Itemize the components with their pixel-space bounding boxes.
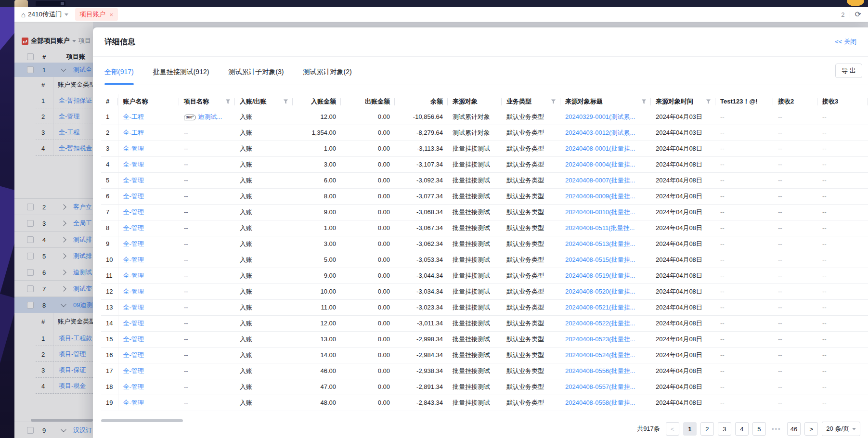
account-link[interactable]: 全-管理 xyxy=(118,236,179,252)
filter-icon[interactable] xyxy=(225,99,231,104)
source-title-link[interactable]: 20240408-0520(批量挂... xyxy=(560,283,651,299)
cell: -- xyxy=(773,252,817,268)
cell: -3,107.34 xyxy=(395,156,448,172)
refresh-icon[interactable]: ⟳ xyxy=(855,11,861,18)
cell: -10,856.64 xyxy=(395,109,448,125)
tab-project-account[interactable]: 项目账户 × xyxy=(75,8,118,21)
column-header-10: 来源对象时间 xyxy=(651,94,715,109)
column-header-12: 接收2 xyxy=(773,94,817,109)
table-row: 9全-管理--入账3.000.00-3,062.34批量挂接测试默认业务类型20… xyxy=(101,236,868,252)
column-header-3: 入账/出账 xyxy=(235,94,293,109)
pagination-prev-button[interactable]: < xyxy=(666,422,679,436)
cell: 批量挂接测试 xyxy=(448,347,502,363)
cell: 2024年04月08日 xyxy=(651,347,715,363)
pagination-page-5[interactable]: 5 xyxy=(752,422,766,436)
cell: -3,044.34 xyxy=(395,268,448,283)
detail-tab-1[interactable]: 批量挂接测试(912) xyxy=(153,68,209,85)
account-link[interactable]: 全-管理 xyxy=(118,331,179,347)
source-title-link[interactable]: 20240408-0009(批量挂... xyxy=(560,188,651,204)
source-title-link[interactable]: 20240408-0524(批量挂... xyxy=(560,347,651,363)
transactions-table: #账户名称项目名称入账/出账入账金额出账金额余额来源对象业务类型来源对象标题来源… xyxy=(101,94,868,411)
360-view-icon[interactable]: 360° xyxy=(184,115,196,121)
pagination-page-4[interactable]: 4 xyxy=(735,422,749,436)
filter-icon[interactable] xyxy=(641,99,647,104)
source-title-link[interactable]: 20240408-0557(批量挂... xyxy=(560,379,651,395)
account-link[interactable]: 全-管理 xyxy=(118,268,179,283)
pagination-page-1[interactable]: 1 xyxy=(683,422,697,436)
source-title-link[interactable]: 20240408-0007(批量挂... xyxy=(560,172,651,188)
account-link[interactable]: 全-管理 xyxy=(118,347,179,363)
source-title-link[interactable]: 20240408-0519(批量挂... xyxy=(560,268,651,283)
cell: -- xyxy=(179,331,235,347)
cell: -- xyxy=(773,331,817,347)
filter-icon[interactable] xyxy=(283,99,288,104)
pagination-page-3[interactable]: 3 xyxy=(718,422,731,436)
filter-icon[interactable] xyxy=(706,99,711,104)
source-title-link[interactable]: 20240403-0012(测试累... xyxy=(560,125,651,141)
account-link[interactable]: 全-管理 xyxy=(118,315,179,331)
cell: -- xyxy=(817,379,868,395)
cell: 批量挂接测试 xyxy=(448,141,502,156)
project-link[interactable]: 360°迪测试... xyxy=(179,109,235,125)
source-title-link[interactable]: 20240408-0521(批量挂... xyxy=(560,299,651,315)
export-button[interactable]: 导 出 xyxy=(835,64,862,78)
account-link[interactable]: 全-管理 xyxy=(118,141,179,156)
page-size-select[interactable]: 20 条/页 xyxy=(822,422,860,436)
cell: 默认业务类型 xyxy=(502,188,560,204)
source-title-link[interactable]: 20240408-0004(批量挂... xyxy=(560,156,651,172)
avatar[interactable] xyxy=(14,0,28,7)
cell: -- xyxy=(773,220,817,236)
filter-icon[interactable] xyxy=(551,99,556,104)
close-panel-link[interactable]: << 关闭 xyxy=(835,38,856,46)
account-link[interactable]: 全-管理 xyxy=(118,299,179,315)
account-link[interactable]: 全-管理 xyxy=(118,379,179,395)
pagination: 共917条<12345•••46>20 条/页 xyxy=(637,422,860,436)
source-title-link[interactable]: 20240408-0513(批量挂... xyxy=(560,236,651,252)
source-title-link[interactable]: 20240408-0556(批量挂... xyxy=(560,363,651,379)
row-index: 2 xyxy=(101,125,118,141)
source-title-link[interactable]: 20240408-0523(批量挂... xyxy=(560,331,651,347)
source-title-link[interactable]: 20240408-0511(批量挂... xyxy=(560,220,651,236)
cell: -- xyxy=(773,204,817,220)
detail-tab-2[interactable]: 测试累计子对象(3) xyxy=(228,68,284,85)
cell: 0.00 xyxy=(341,331,395,347)
source-title-link[interactable]: 20240408-0010(批量挂... xyxy=(560,204,651,220)
cell: 2024年04月08日 xyxy=(651,331,715,347)
cell: 批量挂接测试 xyxy=(448,188,502,204)
detail-tab-3[interactable]: 测试累计对象(2) xyxy=(303,68,352,85)
cell: -- xyxy=(715,141,773,156)
account-link[interactable]: 全-管理 xyxy=(118,188,179,204)
account-link[interactable]: 全-工程 xyxy=(118,109,179,125)
account-link[interactable]: 全-管理 xyxy=(118,204,179,220)
account-link[interactable]: 全-管理 xyxy=(118,172,179,188)
column-header-1: 账户名称 xyxy=(118,94,179,109)
pagination-page-2[interactable]: 2 xyxy=(700,422,714,436)
cell: 0.00 xyxy=(341,268,395,283)
source-title-link[interactable]: 20240408-0515(批量挂... xyxy=(560,252,651,268)
home-menu[interactable]: ⌂ 2410传送门 xyxy=(21,10,68,19)
source-title-link[interactable]: 20240329-0001(测试累... xyxy=(560,109,651,125)
pagination-page-46[interactable]: 46 xyxy=(787,422,801,436)
topbar-widget[interactable] xyxy=(36,1,65,6)
source-title-link[interactable]: 20240408-0522(批量挂... xyxy=(560,315,651,331)
cell: 默认业务类型 xyxy=(502,299,560,315)
cell: -- xyxy=(817,141,868,156)
tab-close-icon[interactable]: × xyxy=(110,12,114,18)
account-link[interactable]: 全-工程 xyxy=(118,125,179,141)
cell: 2024年04月08日 xyxy=(651,268,715,283)
account-link[interactable]: 全-管理 xyxy=(118,252,179,268)
account-link[interactable]: 全-管理 xyxy=(118,220,179,236)
pagination-ellipsis[interactable]: ••• xyxy=(770,425,783,433)
cell: 入账 xyxy=(235,204,293,220)
cell: -- xyxy=(817,331,868,347)
pagination-next-button[interactable]: > xyxy=(804,422,818,436)
detail-tab-0[interactable]: 全部(917) xyxy=(104,68,134,85)
cell: -3,068.34 xyxy=(395,204,448,220)
cell: 入账 xyxy=(235,109,293,125)
source-title-link[interactable]: 20240408-0001(批量挂... xyxy=(560,141,651,156)
table-horizontal-scrollbar[interactable] xyxy=(101,419,183,422)
account-link[interactable]: 全-管理 xyxy=(118,283,179,299)
account-link[interactable]: 全-管理 xyxy=(118,156,179,172)
cell: 默认业务类型 xyxy=(502,236,560,252)
account-link[interactable]: 全-管理 xyxy=(118,363,179,379)
